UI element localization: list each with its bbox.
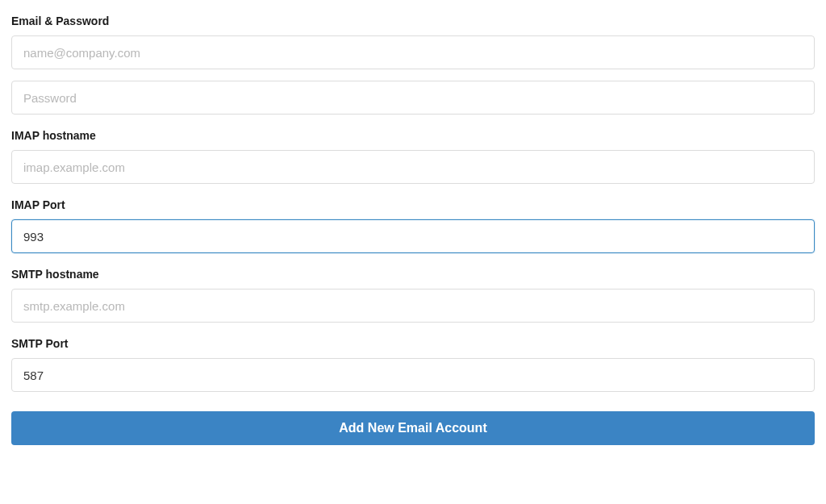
email-field[interactable]	[11, 35, 815, 69]
smtp-port-field[interactable]	[11, 358, 815, 392]
imap-hostname-field[interactable]	[11, 150, 815, 184]
imap-port-label: IMAP Port	[11, 198, 815, 211]
smtp-hostname-group: SMTP hostname	[11, 268, 815, 323]
add-email-account-button[interactable]: Add New Email Account	[11, 411, 815, 445]
smtp-port-label: SMTP Port	[11, 337, 815, 350]
imap-port-group: IMAP Port	[11, 198, 815, 253]
smtp-hostname-label: SMTP hostname	[11, 268, 815, 281]
imap-port-field[interactable]	[11, 219, 815, 253]
password-field[interactable]	[11, 81, 815, 115]
email-password-group: Email & Password	[11, 15, 815, 115]
smtp-hostname-field[interactable]	[11, 289, 815, 323]
smtp-port-group: SMTP Port	[11, 337, 815, 392]
imap-hostname-group: IMAP hostname	[11, 129, 815, 184]
imap-hostname-label: IMAP hostname	[11, 129, 815, 142]
email-password-label: Email & Password	[11, 15, 815, 27]
